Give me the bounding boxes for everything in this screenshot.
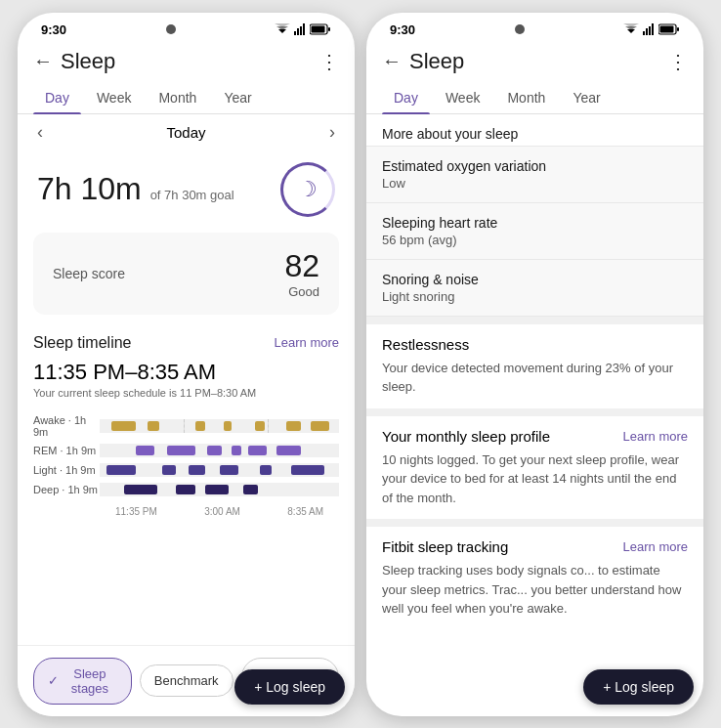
prev-date-button[interactable]: ‹ (37, 122, 43, 143)
date-nav: ‹ Today › (18, 114, 355, 150)
fitbit-header: Fitbit sleep tracking Learn more (382, 538, 688, 555)
camera-dot-right (515, 24, 525, 34)
more-button-left[interactable]: ⋮ (319, 50, 339, 73)
tab-day-right[interactable]: Day (382, 82, 430, 113)
timeline-section-header: Sleep timeline Learn more (18, 322, 355, 356)
sleep-stages-label: Sleep stages (63, 666, 117, 696)
monthly-sleep-section: Your monthly sleep profile Learn more 10… (366, 408, 703, 520)
status-icons-left (275, 23, 331, 35)
sleep-stages-button[interactable]: ✓ Sleep stages (33, 658, 132, 705)
sleep-duration: 7h 10m of 7h 30m goal (37, 171, 234, 207)
rem-seg-2 (167, 446, 195, 455)
heart-rate-title: Sleeping heart rate (382, 215, 688, 231)
monthly-header: Your monthly sleep profile Learn more (382, 428, 688, 445)
wifi-icon-right (623, 23, 639, 35)
sleep-goal-text: of 7h 30m goal (150, 188, 234, 202)
battery-icon (310, 23, 331, 35)
awake-seg-3 (195, 421, 205, 431)
score-card: Sleep score 82 Good (33, 233, 339, 315)
light-seg-4 (220, 465, 239, 475)
status-bar-left: 9:30 (18, 13, 355, 41)
rem-seg-4 (232, 446, 241, 455)
camera-dot-left (166, 24, 176, 34)
signal-icon-right (643, 23, 655, 35)
svg-rect-13 (643, 31, 645, 35)
deep-seg-1 (124, 485, 157, 494)
snoring-value: Light snoring (382, 289, 688, 304)
timeline-row-awake: Awake · 1h 9m (33, 414, 339, 438)
tab-month-right[interactable]: Month (495, 82, 557, 113)
benchmark-button[interactable]: Benchmark (140, 664, 233, 697)
score-number: 82 (284, 248, 319, 284)
light-seg-3 (189, 465, 205, 475)
tab-day-left[interactable]: Day (33, 82, 81, 113)
svg-marker-12 (623, 23, 639, 27)
timeline-learn-more[interactable]: Learn more (275, 335, 339, 350)
sleep-time-range: 11:35 PM–8:35 AM (33, 360, 339, 385)
log-sleep-button-left[interactable]: + Log sleep (234, 669, 345, 705)
svg-rect-15 (649, 26, 651, 35)
status-bar-right: 9:30 (366, 13, 703, 41)
grid-line-1 (184, 419, 185, 433)
restlessness-title: Restlessness (382, 336, 688, 353)
light-seg-1 (106, 465, 135, 475)
awake-seg-2 (148, 421, 159, 431)
tab-week-left[interactable]: Week (85, 82, 144, 113)
deep-seg-4 (243, 485, 258, 494)
svg-rect-14 (646, 28, 648, 35)
current-date-label: Today (166, 124, 205, 141)
svg-rect-4 (297, 28, 299, 35)
deep-label: Deep · 1h 9m (33, 484, 100, 495)
rem-bar (100, 444, 339, 457)
tab-month-left[interactable]: Month (147, 82, 208, 113)
more-button-right[interactable]: ⋮ (668, 50, 688, 73)
tab-year-right[interactable]: Year (561, 82, 612, 113)
rem-seg-1 (136, 446, 155, 455)
sleep-minutes: 10m (80, 171, 141, 206)
tab-week-right[interactable]: Week (434, 82, 492, 113)
rem-seg-3 (207, 446, 222, 455)
sleep-schedule: 11:35 PM–8:35 AM Your current sleep sche… (18, 356, 355, 407)
oxygen-value: Low (382, 176, 688, 191)
tabs-right: Day Week Month Year (366, 82, 703, 114)
back-button-right[interactable]: ← (382, 50, 402, 72)
rem-label: REM · 1h 9m (33, 445, 100, 456)
back-button-left[interactable]: ← (33, 50, 53, 72)
timeline-row-light: Light · 1h 9m (33, 463, 339, 477)
monthly-learn-more[interactable]: Learn more (623, 429, 688, 444)
fitbit-learn-more[interactable]: Learn more (623, 539, 688, 554)
heart-rate-value: 56 bpm (avg) (382, 233, 688, 247)
light-label: Light · 1h 9m (33, 464, 100, 476)
score-quality: Good (284, 284, 319, 299)
awake-bar (100, 419, 339, 433)
schedule-note: Your current sleep schedule is 11 PM–8:3… (33, 387, 339, 399)
right-scroll-content: More about your sleep Estimated oxygen v… (366, 114, 703, 716)
svg-rect-19 (677, 27, 679, 31)
fitbit-section: Fitbit sleep tracking Learn more Sleep t… (366, 519, 703, 630)
tab-year-left[interactable]: Year (212, 82, 263, 113)
left-phone: 9:30 ← Sleep ⋮ Day Week Month Year (18, 13, 355, 716)
svg-rect-8 (312, 26, 325, 33)
heart-rate-card: Sleeping heart rate 56 bpm (avg) (366, 203, 703, 260)
oxygen-title: Estimated oxygen variation (382, 158, 688, 174)
sleep-timeline: Awake · 1h 9m REM · 1h 9 (18, 407, 355, 529)
monthly-description: 10 nights logged. To get your next sleep… (382, 450, 688, 508)
awake-seg-7 (311, 421, 330, 431)
monthly-title: Your monthly sleep profile (382, 428, 550, 445)
battery-icon-right (658, 23, 680, 35)
next-date-button[interactable]: › (329, 122, 335, 143)
app-bar-right: ← Sleep ⋮ (366, 41, 703, 82)
rem-seg-6 (276, 446, 301, 455)
time-left: 9:30 (41, 22, 66, 37)
light-seg-6 (291, 465, 324, 475)
time-start: 11:35 PM (115, 506, 157, 517)
svg-rect-3 (294, 31, 296, 35)
svg-rect-9 (328, 27, 330, 31)
grid-line-2 (268, 419, 269, 433)
light-seg-5 (260, 465, 272, 475)
snoring-card: Snoring & noise Light snoring (366, 260, 703, 317)
restlessness-description: Your device detected movement during 23%… (382, 359, 688, 397)
fitbit-title: Fitbit sleep tracking (382, 538, 508, 555)
timeline-time-axis: 11:35 PM 3:00 AM 8:35 AM (33, 502, 339, 521)
log-sleep-button-right[interactable]: + Log sleep (583, 669, 694, 705)
